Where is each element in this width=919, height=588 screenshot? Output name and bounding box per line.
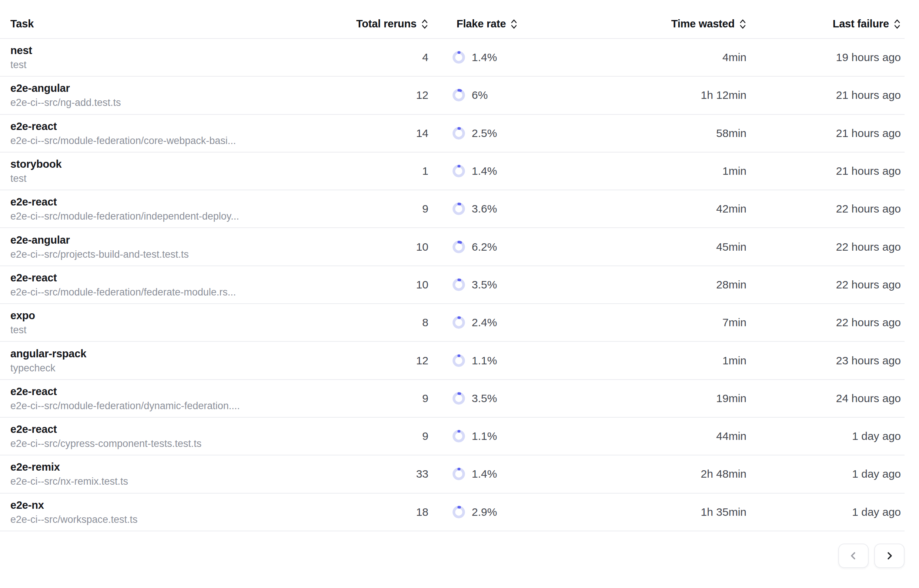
table-row[interactable]: e2e-angular e2e-ci--src/ng-add.test.ts 1…: [0, 77, 904, 115]
total-reruns-value: 9: [354, 202, 428, 215]
donut-progress-icon: [452, 430, 465, 443]
column-header-time-wasted[interactable]: Time wasted: [559, 18, 746, 30]
total-reruns-value: 9: [354, 392, 428, 405]
column-header-last-failure[interactable]: Last failure: [746, 18, 904, 30]
task-cell: e2e-nx e2e-ci--src/workspace.test.ts: [0, 499, 354, 525]
last-failure-value: 22 hours ago: [746, 316, 904, 329]
time-wasted-value: 1h 12min: [559, 89, 746, 102]
total-reruns-value: 9: [354, 430, 428, 443]
time-wasted-value: 28min: [559, 278, 746, 291]
table-row[interactable]: e2e-react e2e-ci--src/cypress-component-…: [0, 418, 904, 456]
table-row[interactable]: angular-rspack typecheck 12 1.1% 1min 23…: [0, 342, 904, 380]
column-header-total-reruns[interactable]: Total reruns: [354, 18, 428, 30]
table-row[interactable]: e2e-react e2e-ci--src/module-federation/…: [0, 190, 904, 228]
pagination: [0, 544, 904, 568]
flake-rate-cell: 2.5%: [428, 127, 559, 140]
flake-rate-value: 2.4%: [472, 316, 497, 329]
total-reruns-value: 12: [354, 354, 428, 367]
table-row[interactable]: e2e-react e2e-ci--src/module-federation/…: [0, 380, 904, 418]
task-cell: e2e-react e2e-ci--src/module-federation/…: [0, 271, 354, 298]
column-header-label: Time wasted: [671, 18, 735, 30]
table-row[interactable]: expo test 8 2.4% 7min 22 hours ago: [0, 304, 904, 342]
task-name: angular-rspack: [10, 347, 354, 360]
flake-rate-value: 6%: [472, 89, 488, 102]
task-name: e2e-angular: [10, 234, 354, 246]
flake-rate-value: 6.2%: [472, 241, 497, 253]
column-header-label: Last failure: [833, 18, 889, 30]
donut-progress-icon: [452, 127, 465, 140]
total-reruns-value: 33: [354, 468, 428, 480]
task-name: e2e-react: [10, 271, 354, 284]
table-row[interactable]: e2e-nx e2e-ci--src/workspace.test.ts 18 …: [0, 494, 904, 531]
flake-rate-cell: 1.4%: [428, 468, 559, 480]
task-target-path: test: [10, 324, 354, 336]
time-wasted-value: 1h 35min: [559, 506, 746, 519]
last-failure-value: 1 day ago: [746, 468, 904, 480]
flake-rate-value: 1.4%: [472, 165, 497, 178]
last-failure-value: 22 hours ago: [746, 202, 904, 215]
flake-rate-cell: 1.1%: [428, 354, 559, 367]
flake-rate-cell: 2.4%: [428, 316, 559, 329]
time-wasted-value: 2h 48min: [559, 468, 746, 480]
task-target-path: e2e-ci--src/module-federation/core-webpa…: [10, 135, 354, 147]
task-name: e2e-react: [10, 385, 354, 398]
table-row[interactable]: nest test 4 1.4% 4min 19 hours ago: [0, 39, 904, 77]
task-target-path: e2e-ci--src/ng-add.test.ts: [10, 97, 354, 108]
donut-progress-icon: [452, 278, 465, 291]
chevron-left-icon: [848, 551, 859, 561]
task-cell: e2e-react e2e-ci--src/cypress-component-…: [0, 423, 354, 449]
donut-progress-icon: [452, 241, 465, 253]
table-row[interactable]: storybook test 1 1.4% 1min 21 hours ago: [0, 153, 904, 190]
table-row[interactable]: e2e-react e2e-ci--src/module-federation/…: [0, 115, 904, 153]
task-target-path: e2e-ci--src/projects-build-and-test.test…: [10, 249, 354, 260]
time-wasted-value: 45min: [559, 241, 746, 253]
donut-progress-icon: [452, 165, 465, 178]
flake-rate-value: 1.4%: [472, 51, 497, 64]
task-cell: e2e-angular e2e-ci--src/ng-add.test.ts: [0, 82, 354, 108]
task-name: expo: [10, 309, 354, 322]
last-failure-value: 24 hours ago: [746, 392, 904, 405]
donut-progress-icon: [452, 468, 465, 480]
chevron-right-icon: [884, 551, 895, 561]
flake-rate-cell: 6%: [428, 89, 559, 102]
flaky-tasks-table: Task Total reruns Flake rate Time wasted…: [0, 0, 904, 531]
table-header-row: Task Total reruns Flake rate Time wasted…: [0, 0, 904, 39]
task-cell: e2e-react e2e-ci--src/module-federation/…: [0, 120, 354, 147]
last-failure-value: 21 hours ago: [746, 127, 904, 140]
donut-progress-icon: [452, 202, 465, 215]
time-wasted-value: 7min: [559, 316, 746, 329]
table-row[interactable]: e2e-angular e2e-ci--src/projects-build-a…: [0, 228, 904, 266]
flake-rate-cell: 1.4%: [428, 165, 559, 178]
task-cell: e2e-angular e2e-ci--src/projects-build-a…: [0, 234, 354, 260]
task-name: storybook: [10, 158, 354, 170]
table-row[interactable]: e2e-remix e2e-ci--src/nx-remix.test.ts 3…: [0, 456, 904, 493]
flake-rate-cell: 1.4%: [428, 51, 559, 64]
task-cell: expo test: [0, 309, 354, 336]
task-cell: angular-rspack typecheck: [0, 347, 354, 374]
donut-progress-icon: [452, 392, 465, 405]
total-reruns-value: 1: [354, 165, 428, 178]
next-page-button[interactable]: [874, 544, 904, 568]
table-row[interactable]: e2e-react e2e-ci--src/module-federation/…: [0, 266, 904, 304]
flake-rate-value: 2.9%: [472, 506, 497, 519]
task-target-path: e2e-ci--src/workspace.test.ts: [10, 514, 354, 525]
donut-progress-icon: [452, 506, 465, 519]
time-wasted-value: 1min: [559, 165, 746, 178]
task-cell: nest test: [0, 44, 354, 71]
task-target-path: typecheck: [10, 362, 354, 374]
task-target-path: e2e-ci--src/cypress-component-tests.test…: [10, 438, 354, 449]
previous-page-button[interactable]: [838, 544, 869, 568]
task-cell: e2e-react e2e-ci--src/module-federation/…: [0, 385, 354, 412]
flake-rate-value: 3.6%: [472, 202, 497, 215]
task-target-path: e2e-ci--src/module-federation/independen…: [10, 210, 354, 222]
flake-rate-cell: 2.9%: [428, 506, 559, 519]
task-name: e2e-react: [10, 423, 354, 435]
flake-rate-value: 2.5%: [472, 127, 497, 140]
total-reruns-value: 8: [354, 316, 428, 329]
time-wasted-value: 42min: [559, 202, 746, 215]
flake-rate-value: 1.1%: [472, 430, 497, 443]
column-header-flake-rate[interactable]: Flake rate: [428, 18, 559, 30]
column-header-label: Total reruns: [356, 18, 417, 30]
last-failure-value: 22 hours ago: [746, 241, 904, 253]
sort-up-down-icon: [421, 18, 428, 30]
